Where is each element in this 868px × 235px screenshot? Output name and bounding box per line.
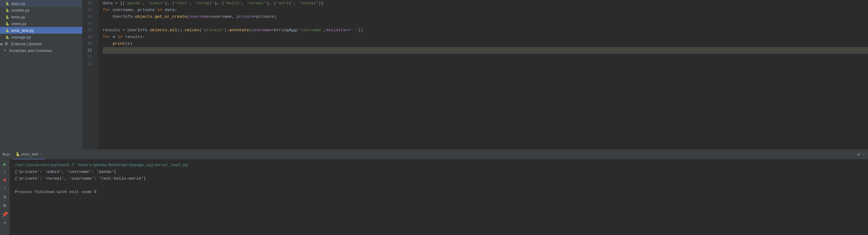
run-controls: ▶ ↑ ■ ↓ ≡ ⇅ 📌 ↗ <box>0 159 10 235</box>
output-console[interactable]: /usr/local/bin/python3.7 /Users/panda/De… <box>10 159 868 235</box>
code-editor: 14 15 16 17 18 19 20 21 22 23 data = [('… <box>83 0 868 149</box>
sidebar-item-label: views.py <box>11 22 27 26</box>
code-line-21 <box>103 47 868 54</box>
external-libraries-icon: ⊞ <box>5 41 9 46</box>
code-line-20: print(e) <box>103 40 868 47</box>
python-file-icon: 🐍 <box>5 14 10 19</box>
pin-button[interactable]: 📌 <box>1 211 8 218</box>
line-num-19: 19 <box>83 34 94 40</box>
run-label: Run: <box>2 152 11 157</box>
sidebar-item-label: manage.py <box>11 35 31 39</box>
python-file-icon: 🐍 <box>5 28 10 33</box>
sidebar-item-apps[interactable]: 🐍 apps.py <box>0 0 82 7</box>
code-line-17 <box>103 20 868 27</box>
scratches-icon: ✎ <box>2 48 7 53</box>
line-num-21: 21 <box>83 47 94 54</box>
line-num-22: 22 <box>83 54 94 61</box>
sidebar-item-label: External Libraries <box>11 41 42 46</box>
sidebar-item-error-test[interactable]: 🐍 error_test.py <box>0 27 82 34</box>
code-text[interactable]: data = [('panda', 'admin'), ('test', 'no… <box>98 0 868 149</box>
tab-close-button[interactable]: × <box>40 152 42 156</box>
line-num-18: 18 <box>83 27 94 34</box>
line-num-14: 14 <box>83 0 94 7</box>
arrow-down-button[interactable]: ↓ <box>1 184 8 192</box>
tab-name: error_test <box>21 152 38 156</box>
python-file-icon: 🐍 <box>5 35 10 39</box>
line-num-20: 20 <box>83 40 94 47</box>
line-num-17: 17 <box>83 20 94 27</box>
run-tab-error-test[interactable]: 🐍 error_test × <box>13 150 44 159</box>
code-line-14: data = [('panda', 'admin'), ('test', 'no… <box>103 0 868 7</box>
collapse-arrow-icon: ▶ <box>0 42 4 46</box>
sidebar-item-views[interactable]: 🐍 views.py <box>0 20 82 27</box>
panel-actions: ⚙ — <box>857 151 866 157</box>
run-output-area: ▶ ↑ ■ ↓ ≡ ⇅ 📌 ↗ /usr/local/bin/python3.7… <box>0 159 868 235</box>
code-line-19: for e in results: <box>103 34 868 40</box>
code-line-18: results = UserInfo.objects.all().values(… <box>103 27 868 34</box>
output-result-2: {'private': 'normal', 'username': 'test-… <box>15 175 863 182</box>
line-num-16: 16 <box>83 13 94 20</box>
stop-button[interactable]: ■ <box>1 177 8 184</box>
main-layout: 🐍 apps.py 🐍 models.py 🐍 tests.py 🐍 views… <box>0 0 868 149</box>
sidebar-item-label: Scratches and Consoles <box>9 48 52 53</box>
sidebar-item-scratches[interactable]: ✎ Scratches and Consoles <box>0 47 82 54</box>
code-line-22 <box>103 54 868 61</box>
sort-button[interactable]: ⇅ <box>1 202 8 209</box>
code-line-16: UserInfo.objects.get_or_create(username=… <box>103 13 868 20</box>
output-path-line: /usr/local/bin/python3.7 /Users/panda/De… <box>15 162 863 169</box>
sidebar-item-label: error_test.py <box>11 28 34 33</box>
code-view[interactable]: 14 15 16 17 18 19 20 21 22 23 data = [('… <box>83 0 868 149</box>
python-file-icon: 🐍 <box>5 8 10 12</box>
output-result-1: {'private': 'admin', 'username': 'panda'… <box>15 169 863 175</box>
settings-icon[interactable]: ⚙ <box>857 151 860 157</box>
sidebar-item-tests[interactable]: 🐍 tests.py <box>0 13 82 20</box>
sidebar-item-label: models.py <box>11 8 29 12</box>
sidebar-item-label: tests.py <box>11 15 25 19</box>
sidebar-item-label: apps.py <box>11 1 25 6</box>
minimize-icon[interactable]: — <box>863 152 866 157</box>
line-num-15: 15 <box>83 7 94 13</box>
project-sidebar: 🐍 apps.py 🐍 models.py 🐍 tests.py 🐍 views… <box>0 0 83 149</box>
python-tab-icon: 🐍 <box>16 152 20 156</box>
wrap-button[interactable]: ≡ <box>1 194 8 201</box>
run-panel: Run: 🐍 error_test × ⚙ — ▶ ↑ ■ ↓ ≡ ⇅ 📌 ↗ … <box>0 149 868 235</box>
run-tab-bar: Run: 🐍 error_test × ⚙ — <box>0 150 868 159</box>
code-line-23 <box>103 61 868 67</box>
code-line-15: for username, private in data: <box>103 7 868 13</box>
play-button[interactable]: ▶ <box>1 160 8 168</box>
output-exit-line: Process finished with exit code 0 <box>15 189 863 196</box>
line-num-23: 23 <box>83 61 94 67</box>
python-file-icon: 🐍 <box>5 21 10 26</box>
output-blank <box>15 182 863 189</box>
sidebar-item-manage[interactable]: 🐍 manage.py <box>0 34 82 40</box>
arrow-up-button[interactable]: ↑ <box>1 169 8 176</box>
line-numbers: 14 15 16 17 18 19 20 21 22 23 <box>83 0 98 149</box>
sidebar-item-external-libraries[interactable]: ▶ ⊞ External Libraries <box>0 40 82 47</box>
external-button[interactable]: ↗ <box>1 219 8 226</box>
sidebar-item-models[interactable]: 🐍 models.py <box>0 7 82 13</box>
python-file-icon: 🐍 <box>5 1 10 6</box>
